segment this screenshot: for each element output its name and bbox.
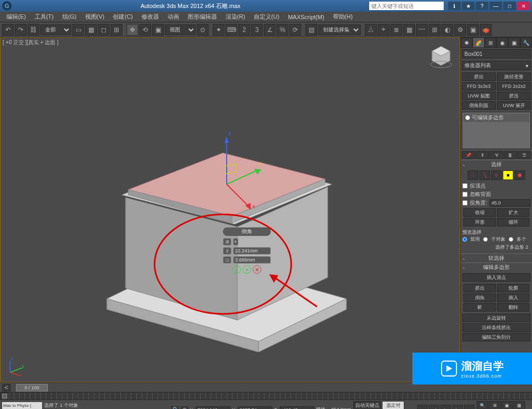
help-button[interactable]: ? bbox=[476, 2, 488, 10]
snap-3d-button[interactable]: 3 bbox=[251, 24, 263, 36]
timeslider-prev[interactable]: < bbox=[2, 384, 11, 391]
bridge-button[interactable]: 桥 bbox=[463, 303, 496, 312]
maximize-button[interactable]: □ bbox=[503, 2, 516, 10]
pin-stack-button[interactable]: 📌 bbox=[462, 151, 475, 159]
preview-disable-radio[interactable] bbox=[462, 237, 467, 242]
preview-multi-radio[interactable] bbox=[509, 237, 513, 242]
flip-button[interactable]: 翻转 bbox=[497, 303, 529, 312]
select-rotate-button[interactable]: ⟲ bbox=[139, 24, 151, 36]
edit-selection-set-button[interactable]: ▤ bbox=[305, 24, 317, 36]
pivot-center-button[interactable]: ⊙ bbox=[197, 24, 209, 36]
subobj-edge[interactable]: ╲ bbox=[479, 170, 490, 180]
extrude-spline-button[interactable]: 沿样条线挤出 bbox=[462, 323, 530, 332]
coord-y-input[interactable]: 2657.74mm bbox=[238, 406, 272, 410]
window-crossing-button[interactable]: ⊞ bbox=[111, 24, 122, 36]
preset-uvwunwrap[interactable]: UVW 展开 bbox=[497, 101, 531, 110]
zoom-button[interactable]: 🔍 bbox=[477, 401, 488, 409]
selection-filter-dropdown[interactable]: 全部 bbox=[40, 24, 71, 35]
bevel-outline-input[interactable]: 3.666mm bbox=[233, 256, 271, 264]
modify-tab[interactable]: 🌈 bbox=[472, 37, 484, 48]
stack-editable-poly[interactable]: 可编辑多边形 bbox=[463, 113, 529, 122]
render-setup-button[interactable]: ⚙ bbox=[454, 24, 466, 36]
ref-coord-dropdown[interactable]: 视图 bbox=[165, 24, 196, 35]
loop-button[interactable]: 循环 bbox=[497, 218, 529, 226]
play-button[interactable]: ▶ bbox=[440, 405, 451, 410]
angle-snap-button[interactable]: ∠ bbox=[264, 24, 276, 36]
edit-poly-header[interactable]: 编辑多边形 bbox=[461, 263, 532, 272]
ring-button[interactable]: 环形 bbox=[463, 218, 496, 226]
mirror-button[interactable]: ⧊ bbox=[365, 24, 377, 36]
preset-extrude[interactable]: 挤出 bbox=[462, 72, 496, 81]
hierarchy-tab[interactable]: ⊞ bbox=[485, 37, 496, 48]
scene-object[interactable]: z y x bbox=[96, 102, 352, 352]
percent-snap-button[interactable]: % bbox=[277, 24, 288, 36]
subobj-polygon[interactable]: ■ bbox=[503, 170, 513, 180]
maxscript-listener[interactable]: Max to Physx ( bbox=[2, 402, 42, 410]
hinge-button[interactable]: 从边旋转 bbox=[462, 314, 530, 322]
coord-z-input[interactable]: -410.43mm bbox=[280, 406, 314, 410]
select-move-button[interactable]: ✥ bbox=[127, 24, 138, 36]
zoom-all-button[interactable]: ⊞ bbox=[489, 401, 501, 409]
subobj-vertex[interactable]: ∴ bbox=[468, 170, 478, 180]
caddy-apply-button[interactable]: + bbox=[243, 265, 251, 274]
preset-bevelprofile[interactable]: 倒角剖面 bbox=[462, 101, 496, 110]
curve-editor-button[interactable]: 〰 bbox=[416, 24, 428, 36]
preset-squeeze[interactable]: 挤压 bbox=[497, 92, 531, 100]
caddy-dropdown-icon[interactable]: ▾ bbox=[233, 238, 238, 246]
extrude-button[interactable]: 挤出 bbox=[463, 284, 496, 292]
layers-button[interactable]: ≣ bbox=[390, 24, 402, 36]
motion-tab[interactable]: ◉ bbox=[496, 37, 508, 48]
goto-start-button[interactable]: ⏮ bbox=[417, 405, 428, 410]
transform-type-in-icon[interactable]: ⊕ bbox=[181, 406, 188, 410]
create-tab[interactable]: ✺ bbox=[461, 37, 472, 48]
info-button[interactable]: ℹ bbox=[448, 2, 461, 10]
help-search-input[interactable] bbox=[369, 2, 444, 10]
show-result-button[interactable]: Ⅱ bbox=[476, 151, 489, 159]
object-name-field[interactable]: Box001 bbox=[462, 49, 531, 59]
selected-button[interactable]: 选定对 bbox=[382, 401, 404, 409]
menu-graph-editors[interactable]: 图形编辑器 bbox=[184, 13, 221, 21]
snap-2d-button[interactable]: 2 bbox=[238, 24, 250, 36]
minimize-button[interactable]: — bbox=[489, 2, 502, 10]
insert-vertex-button[interactable]: 插入顶点 bbox=[462, 273, 530, 282]
preset-ffd3[interactable]: FFD 3x3x3 bbox=[462, 82, 496, 91]
autokey-button[interactable]: 自动关键点 bbox=[353, 401, 381, 409]
by-vertex-checkbox[interactable] bbox=[462, 183, 468, 189]
undo-button[interactable]: ↶ bbox=[2, 24, 14, 36]
display-tab[interactable]: ▣ bbox=[508, 37, 520, 48]
remove-mod-button[interactable]: 🗑 bbox=[504, 151, 517, 159]
bevel-button[interactable]: 倒角 bbox=[463, 293, 496, 302]
outline-button[interactable]: 轮廓 bbox=[497, 284, 529, 292]
preset-pathdeform[interactable]: 路径变形 bbox=[497, 72, 531, 81]
selection-lock-icon[interactable]: 🔒 bbox=[171, 406, 179, 410]
next-frame-button[interactable]: ▶ bbox=[452, 405, 463, 410]
inset-button[interactable]: 插入 bbox=[497, 293, 529, 302]
configure-sets-button[interactable]: ☰ bbox=[518, 151, 531, 159]
subobj-border[interactable]: ◊ bbox=[491, 170, 502, 180]
viewcube[interactable] bbox=[428, 43, 454, 70]
viewport-label[interactable]: [ +0 正交 ][真实 + 边面 ] bbox=[3, 39, 59, 46]
soft-selection-header[interactable]: 软选择 bbox=[461, 254, 532, 263]
align-button[interactable]: ⫩ bbox=[378, 24, 389, 36]
bevel-height-input[interactable]: 22.241mm bbox=[233, 247, 271, 255]
goto-end-button[interactable]: ⏭ bbox=[464, 405, 475, 410]
zoom-extents-all-button[interactable]: ▦ bbox=[513, 401, 525, 409]
menu-edit[interactable]: 编辑(E) bbox=[2, 13, 30, 21]
named-selection-dropdown[interactable]: 创建选择集 bbox=[318, 24, 361, 35]
select-region-button[interactable]: ◻ bbox=[98, 24, 110, 36]
render-frame-button[interactable]: ▣ bbox=[467, 24, 479, 36]
menu-help[interactable]: 帮助(H) bbox=[329, 13, 357, 21]
edit-tri-button[interactable]: 编辑三角剖分 bbox=[462, 333, 530, 341]
utilities-tab[interactable]: 🔧 bbox=[520, 37, 532, 48]
unique-button[interactable]: ∀ bbox=[489, 151, 503, 159]
close-button[interactable]: ✕ bbox=[517, 2, 530, 10]
menu-views[interactable]: 视图(V) bbox=[81, 13, 109, 21]
manipulate-button[interactable]: ✦ bbox=[213, 24, 225, 36]
ribbon-button[interactable]: ▦ bbox=[403, 24, 415, 36]
grow-button[interactable]: 扩大 bbox=[497, 208, 529, 217]
keyboard-shortcut-button[interactable]: ⌨ bbox=[226, 24, 237, 36]
viewport[interactable]: [ +0 正交 ][真实 + 边面 ] bbox=[0, 37, 460, 382]
menu-animation[interactable]: 动画 bbox=[163, 13, 184, 21]
schematic-button[interactable]: ⊞ bbox=[429, 24, 440, 36]
select-name-button[interactable]: ▦ bbox=[85, 24, 97, 36]
